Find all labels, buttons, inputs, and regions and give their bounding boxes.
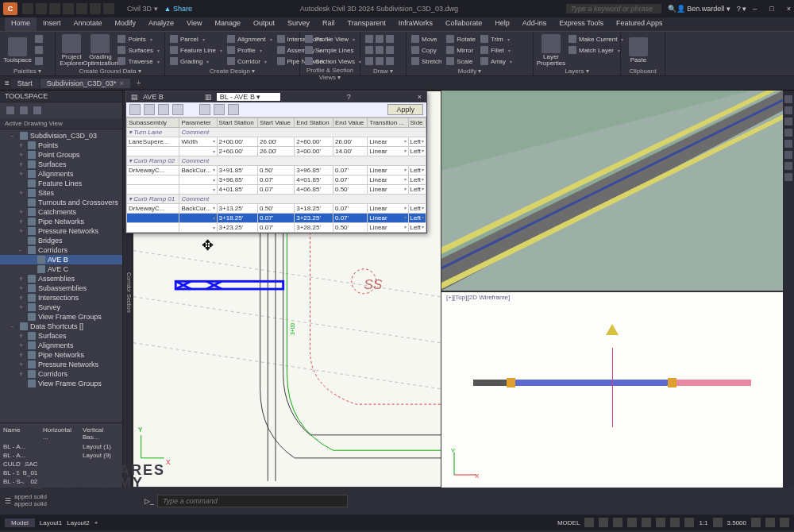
tree-points[interactable]: +Points	[0, 141, 122, 150]
ribtab-transparent[interactable]: Transparent	[341, 17, 392, 31]
tree-survey[interactable]: +Survey	[0, 303, 122, 312]
tree-view-frame-groups[interactable]: View Frame Groups	[0, 312, 122, 322]
tree-data-shortcuts-[interactable]: -Data Shortcuts []	[0, 322, 122, 331]
tree-alignments[interactable]: +Alignments	[0, 341, 122, 350]
table-row[interactable]: 3+96.85'0.07'4+01.85'0.07'LinearLeft	[127, 175, 426, 185]
tab-drawing[interactable]: Subdivision_C3D_03*×	[40, 79, 130, 88]
ribtab-output[interactable]: Output	[247, 17, 281, 31]
tree-catchments[interactable]: +Catchments	[0, 207, 122, 217]
search-icon[interactable]: 🔍	[668, 5, 676, 13]
section-editor-grid[interactable]: SubassemblyParameterStart StationStart V…	[126, 118, 426, 233]
close-icon[interactable]: ×	[119, 79, 123, 87]
product-dropdown[interactable]: Civil 3D ▾	[127, 5, 158, 13]
tree-subdivision-c3d-03[interactable]: -Subdivision_C3D_03	[0, 131, 122, 141]
command-line[interactable]: ☰ apped solidapped solid ▷_	[0, 488, 794, 515]
ribtab-home[interactable]: Home	[5, 17, 37, 31]
table-row[interactable]: DrivewayC...BackCur...3+91.85'0.50'3+96.…	[127, 166, 426, 175]
maximize-button[interactable]: □	[769, 5, 773, 13]
ribtab-modify[interactable]: Modify	[109, 17, 143, 31]
layer-properties-button[interactable]: Layer Properties	[537, 33, 565, 67]
tree-intersections[interactable]: +Intersections	[0, 293, 122, 303]
section-viewport[interactable]: [+][Top][2D Wireframe] YX	[441, 292, 783, 488]
tree-alignments[interactable]: +Alignments	[0, 169, 122, 179]
ribtab-add-ins[interactable]: Add-ins	[516, 17, 553, 31]
active-view-dropdown[interactable]: Active Drawing View	[0, 118, 122, 129]
user-menu[interactable]: 👤 Ben.wardell ▾	[676, 5, 730, 13]
tree-surfaces[interactable]: +Surfaces	[0, 331, 122, 341]
ribtab-infraworks[interactable]: InfraWorks	[392, 17, 439, 31]
tree-sites[interactable]: +Sites	[0, 188, 122, 198]
ribtab-featured apps[interactable]: Featured Apps	[610, 17, 669, 31]
region-icon: ▥	[205, 93, 212, 101]
ribtab-help[interactable]: Help	[488, 17, 516, 31]
ribtab-rail[interactable]: Rail	[316, 17, 341, 31]
tree-surfaces[interactable]: +Surfaces	[0, 160, 122, 169]
zoom-value[interactable]: 3.5000	[727, 519, 746, 526]
command-input[interactable]	[157, 495, 348, 507]
minimize-button[interactable]: –	[753, 5, 757, 13]
ribtab-express tools[interactable]: Express Tools	[553, 17, 610, 31]
tree-ave-c[interactable]: AVE C	[0, 264, 122, 274]
tree-pressure-networks[interactable]: +Pressure Networks	[0, 226, 122, 236]
file-tabs-menu-icon[interactable]: ≡	[5, 79, 10, 87]
scale-dropdown[interactable]: 1:1	[699, 519, 707, 526]
command-menu-icon[interactable]: ☰	[5, 497, 11, 505]
table-row[interactable]: 2+60.00'26.00'3+00.00'14.00'LinearLeft	[127, 147, 426, 156]
palette-help-icon[interactable]: ?	[347, 93, 351, 101]
tree-turnouts-and-crossovers[interactable]: Turnouts and Crossovers	[0, 198, 122, 207]
tree-corridors[interactable]: +Corridors	[0, 369, 122, 379]
toolspace-button[interactable]: Toolspace	[3, 33, 32, 67]
ribtab-insert[interactable]: Insert	[37, 17, 67, 31]
close-button[interactable]: ×	[787, 5, 791, 13]
tree-assemblies[interactable]: +Assemblies	[0, 274, 122, 283]
ribtab-view[interactable]: View	[180, 17, 208, 31]
grading-opt-button[interactable]: Grading Optimization	[86, 33, 114, 67]
layout2-tab[interactable]: Layout2	[67, 519, 89, 526]
3d-viewport[interactable]	[441, 91, 783, 292]
tree-pipe-networks[interactable]: +Pipe Networks	[0, 350, 122, 360]
new-tab-icon[interactable]: +	[132, 79, 146, 87]
tree-bridges[interactable]: Bridges	[0, 236, 122, 245]
tree-view-frame-groups[interactable]: View Frame Groups	[0, 379, 122, 388]
svg-text:Y: Y	[451, 448, 456, 454]
region-dropdown[interactable]: BL - AVE B ▾	[217, 93, 280, 101]
ribtab-survey[interactable]: Survey	[281, 17, 316, 31]
share-button[interactable]: ▲ Share	[164, 5, 192, 13]
toolspace-palette: TOOLSPACE Active Drawing View -Subdivisi…	[0, 91, 123, 488]
svg-text:X: X	[475, 472, 480, 480]
tree-subassemblies[interactable]: +Subassemblies	[0, 283, 122, 293]
cursor-icon: ✥	[202, 237, 214, 254]
palette-close-icon[interactable]: ×	[418, 93, 422, 101]
table-row[interactable]: 3+23.25'0.07'3+28.25'0.50'LinearLeft	[127, 223, 426, 233]
ribtab-manage[interactable]: Manage	[208, 17, 247, 31]
tree-point-groups[interactable]: +Point Groups	[0, 150, 122, 160]
tree-ave-b[interactable]: AVE B	[0, 255, 122, 264]
help-search[interactable]: Type a keyword or phrase	[566, 4, 661, 13]
ribtab-collaborate[interactable]: Collaborate	[439, 17, 488, 31]
tree-pipe-networks[interactable]: +Pipe Networks	[0, 217, 122, 226]
table-row[interactable]: LaneSupere...Width2+00.00'26.00'2+60.00'…	[127, 137, 426, 147]
apply-button[interactable]: Apply	[387, 104, 423, 115]
project-explorer-button[interactable]: Project Explorer	[59, 33, 84, 67]
section-editor-palette: ▤ AVE B ▥ BL - AVE B ▾ ? × Apply Subasse…	[125, 91, 427, 233]
qat[interactable]	[22, 3, 114, 14]
layout1-tab[interactable]: Layout1	[40, 519, 62, 526]
tab-start[interactable]: Start	[11, 79, 39, 88]
table-row[interactable]: 4+01.85'0.07'4+06.85'0.50'LinearLeft	[127, 185, 426, 195]
tree-corridors[interactable]: -Corridors	[0, 245, 122, 255]
tree-pressure-networks[interactable]: +Pressure Networks	[0, 360, 122, 369]
tree-feature-lines[interactable]: Feature Lines	[0, 179, 122, 188]
paste-button[interactable]: Paste	[624, 33, 653, 67]
help-icon[interactable]: ? ▾	[737, 5, 747, 13]
table-row[interactable]: 3+18.25'0.07'3+23.25'0.07'LinearLeft	[127, 214, 426, 223]
model-button[interactable]: MODEL	[557, 519, 580, 526]
svg-text:SS: SS	[364, 276, 383, 292]
app-icon[interactable]: C	[3, 2, 17, 15]
ribtab-analyze[interactable]: Analyze	[142, 17, 180, 31]
nav-bar[interactable]	[783, 91, 794, 488]
ribtab-annotate[interactable]: Annotate	[67, 17, 109, 31]
model-tab[interactable]: Model	[5, 519, 35, 527]
palette-title: AVE B	[143, 93, 164, 101]
svg-text:3+00: 3+00	[290, 323, 295, 335]
table-row[interactable]: DrivewayC...BackCur...3+13.25'0.50'3+18.…	[127, 204, 426, 214]
